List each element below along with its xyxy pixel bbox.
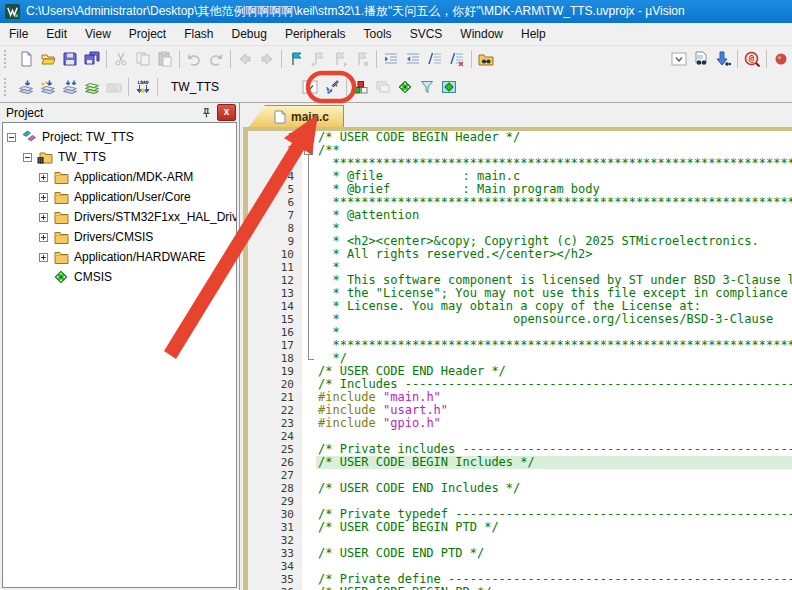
code-line: 36/* USER CODE BEGIN PD */ bbox=[248, 586, 792, 590]
breakpoint-icon[interactable] bbox=[770, 49, 792, 69]
expand-icon[interactable] bbox=[39, 173, 48, 182]
tree-item-drivers-stm32f1xx-hal-driv[interactable]: Drivers/STM32F1xx_HAL_Driv bbox=[3, 207, 236, 227]
toolbar-drag-handle[interactable] bbox=[4, 78, 11, 96]
insert-bookmark-icon[interactable] bbox=[285, 49, 307, 69]
copy-icon[interactable] bbox=[132, 49, 154, 69]
tree-item-label: Application/MDK-ARM bbox=[74, 170, 193, 184]
tree-item-cmsis[interactable]: CMSIS bbox=[3, 267, 236, 287]
find-in-files-icon[interactable] bbox=[475, 49, 497, 69]
search-dropdown-icon[interactable] bbox=[668, 49, 690, 69]
close-panel-button[interactable]: x bbox=[217, 104, 236, 121]
save-all-icon[interactable] bbox=[81, 49, 103, 69]
translate-file-icon[interactable] bbox=[15, 77, 37, 97]
paste-icon[interactable] bbox=[154, 49, 176, 69]
code-editor[interactable]: 1/* USER CODE BEGIN Header */2/**3 *****… bbox=[248, 131, 792, 590]
highlighted-code-text: /* USER CODE BEGIN Includes */ bbox=[316, 456, 792, 469]
uvision-window: C:\Users\Administrator\Desktop\其他范例啊啊啊啊\… bbox=[0, 0, 792, 590]
expand-icon[interactable] bbox=[39, 253, 48, 262]
fold-margin bbox=[302, 326, 316, 339]
windows-cascade-icon[interactable] bbox=[372, 77, 394, 97]
menu-svcs[interactable]: SVCS bbox=[401, 24, 452, 44]
tree-item-project-tw-tts[interactable]: Project: TW_TTS bbox=[3, 127, 236, 147]
indent-icon[interactable] bbox=[380, 49, 402, 69]
menu-tools[interactable]: Tools bbox=[355, 24, 401, 44]
code-text: ****************************************… bbox=[316, 196, 792, 209]
tree-item-label: Application/User/Core bbox=[74, 190, 191, 204]
navigate-forward-icon[interactable] bbox=[256, 49, 278, 69]
unindent-icon[interactable] bbox=[402, 49, 424, 69]
download-icon[interactable]: LOAD bbox=[132, 77, 154, 97]
menu-window[interactable]: Window bbox=[451, 24, 512, 44]
save-icon[interactable] bbox=[59, 49, 81, 69]
new-file-icon[interactable] bbox=[15, 49, 37, 69]
clear-bookmarks-icon[interactable] bbox=[351, 49, 373, 69]
line-number: 15 bbox=[248, 313, 302, 326]
project-panel-title: Project bbox=[6, 106, 198, 120]
code-text: * License. You may obtain a copy of the … bbox=[316, 300, 792, 313]
find-icon[interactable] bbox=[690, 49, 712, 69]
navigate-back-icon[interactable] bbox=[234, 49, 256, 69]
software-packs-icon[interactable] bbox=[438, 77, 460, 97]
menu-edit[interactable]: Edit bbox=[37, 24, 76, 44]
menu-flash[interactable]: Flash bbox=[175, 24, 222, 44]
line-number: 35 bbox=[248, 573, 302, 586]
undo-icon[interactable] bbox=[183, 49, 205, 69]
lookup-at-icon[interactable]: @ bbox=[741, 49, 763, 69]
comment-selection-icon[interactable] bbox=[424, 49, 446, 69]
toolbar-separator bbox=[346, 78, 347, 96]
tab-main-c[interactable]: main.c bbox=[249, 105, 344, 127]
project-tree[interactable]: Project: TW_TTSTW_TTSApplication/MDK-ARM… bbox=[2, 122, 237, 588]
stop-build-icon[interactable] bbox=[103, 77, 125, 97]
expand-icon[interactable] bbox=[39, 233, 48, 242]
fold-margin bbox=[302, 430, 316, 443]
tree-item-drivers-cmsis[interactable]: Drivers/CMSIS bbox=[3, 227, 236, 247]
code-line: 23#include "gpio.h" bbox=[248, 417, 792, 430]
expand-icon[interactable] bbox=[39, 213, 48, 222]
main-area: Project x Project: TW_TTSTW_TTSApplicati… bbox=[0, 103, 792, 590]
code-line: 24 bbox=[248, 430, 792, 443]
previous-bookmark-icon[interactable] bbox=[307, 49, 329, 69]
menu-view[interactable]: View bbox=[76, 24, 120, 44]
tree-item-label: TW_TTS bbox=[58, 150, 106, 164]
manage-project-items-icon[interactable] bbox=[394, 77, 416, 97]
rebuild-all-icon[interactable] bbox=[59, 77, 81, 97]
fold-marker-icon[interactable] bbox=[302, 144, 316, 157]
toolbar-separator bbox=[766, 50, 767, 68]
code-line: 8 * bbox=[248, 222, 792, 235]
menu-peripherals[interactable]: Peripherals bbox=[276, 24, 355, 44]
file-extension-filter-icon[interactable] bbox=[416, 77, 438, 97]
expand-icon[interactable] bbox=[39, 193, 48, 202]
code-line: 17 *************************************… bbox=[248, 339, 792, 352]
tree-item-tw-tts[interactable]: TW_TTS bbox=[3, 147, 236, 167]
target-select[interactable]: TW_TTS bbox=[161, 77, 299, 97]
next-bookmark-icon[interactable] bbox=[329, 49, 351, 69]
tree-project-icon bbox=[21, 129, 37, 145]
options-for-target-icon[interactable] bbox=[321, 77, 343, 97]
menu-debug[interactable]: Debug bbox=[223, 24, 276, 44]
window-title: C:\Users\Administrator\Desktop\其他范例啊啊啊啊\… bbox=[26, 3, 685, 20]
incremental-find-icon[interactable] bbox=[712, 49, 734, 69]
fold-margin bbox=[302, 131, 316, 144]
cut-icon[interactable] bbox=[110, 49, 132, 69]
menu-file[interactable]: File bbox=[0, 24, 37, 44]
uncomment-selection-icon[interactable] bbox=[446, 49, 468, 69]
collapse-icon[interactable] bbox=[7, 133, 16, 142]
toolbar-drag-handle[interactable] bbox=[4, 50, 11, 68]
tree-item-application-mdk-arm[interactable]: Application/MDK-ARM bbox=[3, 167, 236, 187]
manage-rte-icon[interactable] bbox=[350, 77, 372, 97]
pin-icon[interactable] bbox=[198, 105, 214, 120]
target-dropdown-icon[interactable] bbox=[299, 77, 321, 97]
line-number: 22 bbox=[248, 404, 302, 417]
line-number: 9 bbox=[248, 235, 302, 248]
build-icon[interactable] bbox=[37, 77, 59, 97]
menu-project[interactable]: Project bbox=[120, 24, 175, 44]
redo-icon[interactable] bbox=[205, 49, 227, 69]
tree-item-application-user-core[interactable]: Application/User/Core bbox=[3, 187, 236, 207]
collapse-icon[interactable] bbox=[23, 153, 32, 162]
batch-build-icon[interactable] bbox=[81, 77, 103, 97]
tree-item-application-hardware[interactable]: Application/HARDWARE bbox=[3, 247, 236, 267]
fold-margin bbox=[302, 261, 316, 274]
code-text: * @brief : Main program body bbox=[316, 183, 792, 196]
open-file-icon[interactable] bbox=[37, 49, 59, 69]
menu-help[interactable]: Help bbox=[512, 24, 555, 44]
